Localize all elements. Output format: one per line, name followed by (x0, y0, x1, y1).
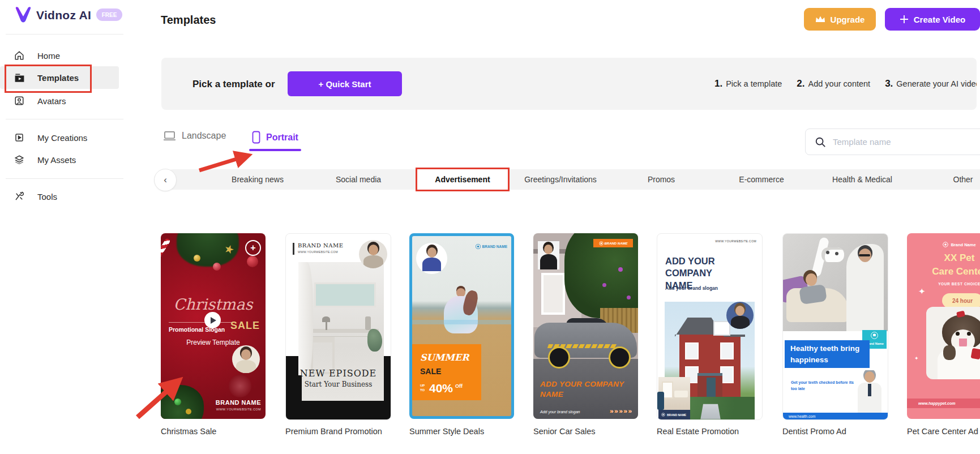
free-plan-badge: FREE (96, 8, 122, 21)
doctor-figure (855, 370, 885, 419)
dentist-artwork (783, 234, 888, 331)
card-headline: NEW EPISODE (286, 368, 391, 379)
avatar (359, 240, 387, 268)
inset-brand-bar: BRAND NAME (658, 410, 690, 419)
sidebar-item-label: Home (37, 51, 60, 61)
tools-icon (14, 191, 25, 202)
category-health-medical[interactable]: Health & Medical (832, 169, 892, 190)
category-scroll-back-button[interactable]: ‹ (154, 169, 177, 191)
steps-list: 1.Pick a template 2.Add your content 3.G… (714, 58, 977, 110)
card-website-bar: www.happypet.com (907, 399, 980, 408)
template-card-premium-brand-promotion[interactable]: BRAND NAME WWW.YOURWEBSITE.COM NEW EPISO… (285, 233, 391, 420)
step-2: 2.Add your content (797, 78, 870, 89)
sidebar-item-label: Avatars (37, 96, 66, 106)
brand-logo-icon (599, 241, 604, 246)
card-brand-row: Brand Name (907, 242, 980, 247)
interior-inset-photo (658, 377, 690, 410)
search-input[interactable] (832, 136, 980, 147)
sidebar-item-avatars[interactable]: Avatars (0, 89, 119, 112)
sidebar-item-label: My Assets (37, 155, 76, 165)
avatar (232, 345, 260, 373)
chevrons-decor: »»»»» (609, 408, 632, 414)
up-to-label: UP TO (420, 384, 427, 393)
card-subtext: Get your teeth checked before its too la… (791, 380, 854, 392)
templates-icon (14, 72, 25, 83)
card-title-senior-car-sales[interactable]: Senior Car Sales (533, 427, 596, 436)
sparkle-icon: ✦ (918, 286, 926, 297)
tab-landscape[interactable]: Landscape (163, 131, 226, 141)
sidebar-item-label: Tools (37, 192, 57, 202)
template-card-christmas-sale[interactable]: ★ + Christmas Promotional Slogan SALE Pr… (161, 233, 266, 419)
step-3: 3.Generate your AI video (885, 78, 977, 89)
search-icon (815, 136, 826, 148)
sidebar-divider (6, 34, 123, 35)
category-breaking-news[interactable]: Breaking news (232, 169, 284, 190)
avatar (416, 243, 447, 274)
portrait-icon (252, 131, 260, 144)
upgrade-label: Upgrade (831, 15, 865, 24)
add-template-icon[interactable]: + (245, 240, 261, 256)
sidebar-item-tools[interactable]: Tools (0, 185, 119, 208)
page-title: Templates (161, 14, 216, 27)
brand-logo[interactable]: Vidnoz AI FREE (0, 0, 130, 34)
category-social-media[interactable]: Social media (336, 169, 381, 190)
create-video-button[interactable]: Create Video (885, 8, 980, 31)
template-card-summer-style-deals[interactable]: BRAND NAME SUMMER SALE UP TO 40% Off (409, 233, 514, 419)
card-title-premium-brand-promotion[interactable]: Premium Brand Promotion (285, 427, 382, 436)
card-slogan: Add your brand slogan (665, 285, 718, 291)
template-search[interactable] (805, 129, 980, 155)
card-sale-text: SALE (230, 320, 260, 332)
card-brand: BRAND NAME (216, 399, 261, 406)
banner-prompt: Pick a template or (192, 79, 275, 90)
create-video-label: Create Video (914, 15, 965, 24)
brand-accent-bar (293, 243, 294, 255)
vidnoz-logo-icon (14, 5, 33, 24)
template-card-dentist-promo-ad[interactable]: Brand Name Healthy teeth bring happiness… (782, 233, 888, 420)
quick-start-button[interactable]: + Quick Start (288, 71, 402, 96)
template-card-real-estate-promotion[interactable]: WWW.YOURWEBSITE.COM ADD YOUR COMPANY NAM… (657, 233, 763, 420)
card-title-real-estate-promotion[interactable]: Real Estate Promotion (657, 427, 739, 436)
card-website: WWW.YOURWEBSITE.COM (715, 239, 756, 243)
category-other[interactable]: Other (953, 169, 973, 190)
tooth-icon (871, 332, 878, 339)
card-title-pet-care-center-ad[interactable]: Pet Care Center Ad (907, 427, 978, 436)
brand-logo-icon (476, 244, 481, 249)
card-title-christmas-sale[interactable]: Christmas Sale (161, 427, 216, 436)
light-band (412, 320, 511, 324)
sidebar-item-my-creations[interactable]: My Creations (0, 126, 119, 149)
template-card-pet-care-center-ad[interactable]: Brand Name XX Pet Care Center YOUR BEST … (907, 233, 980, 419)
card-subline: YOUR BEST CHOICE (907, 282, 980, 286)
my-assets-icon (14, 154, 25, 165)
discount-row: UP TO 40% Off (420, 382, 463, 395)
upgrade-button[interactable]: Upgrade (804, 8, 876, 31)
crown-icon (815, 15, 825, 23)
card-brand: BRAND NAME (298, 242, 344, 249)
card-website: WWW.YOURWEBSITE.COM (298, 250, 338, 254)
category-promos[interactable]: Promos (648, 169, 675, 190)
sidebar-item-home[interactable]: Home (0, 44, 119, 67)
sidebar-item-my-assets[interactable]: My Assets (0, 148, 119, 171)
sidebar-item-templates[interactable]: Templates (0, 66, 119, 89)
play-button[interactable] (204, 312, 221, 328)
card-headline-line2: Care Center (907, 266, 980, 277)
preview-template-link[interactable]: Preview Template (161, 339, 266, 346)
template-card-senior-car-sales[interactable]: BRAND NAME ADD YOUR COMPANY NAME Add you… (533, 233, 638, 419)
avatar (538, 241, 559, 269)
active-tab-underline (249, 149, 301, 151)
tab-portrait-label: Portrait (266, 132, 298, 143)
card-headline-line1: XX Pet (907, 252, 980, 264)
brand-name: Vidnoz AI (36, 8, 91, 22)
tab-portrait[interactable]: Portrait (252, 131, 298, 144)
sparkle-icon: ✦ (914, 356, 919, 361)
category-e-commerce[interactable]: E-commerce (739, 169, 784, 190)
category-advertisement[interactable]: Advertisement (416, 168, 510, 191)
category-greetings-invitations[interactable]: Greetings/Invitations (524, 169, 597, 190)
card-title-summer-style-deals[interactable]: Summer Style Deals (409, 427, 484, 436)
card-website: WWW.YOURWEBSITE.COM (216, 408, 261, 411)
card-title-dentist-promo-ad[interactable]: Dentist Promo Ad (782, 427, 846, 436)
summer-sale-box: SUMMER SALE UP TO 40% Off (412, 344, 481, 400)
plus-icon (900, 15, 909, 24)
quick-start-banner: Pick a template or + Quick Start 1.Pick … (161, 58, 977, 110)
my-creations-icon (14, 132, 25, 143)
tab-landscape-label: Landscape (182, 131, 226, 141)
